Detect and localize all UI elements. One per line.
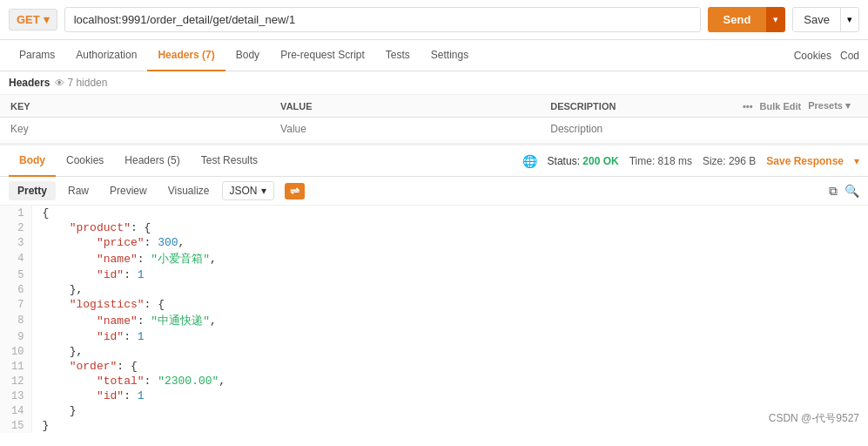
fmt-pretty[interactable]: Pretty (9, 181, 56, 200)
size-value: 296 B (729, 155, 756, 167)
headers-bar: Headers 👁 7 hidden (0, 71, 868, 95)
headers-section: Headers 👁 7 hidden KEY VALUE DESCRIPTION… (0, 71, 868, 141)
table-row: 8 "name": "中通快递", (0, 312, 868, 329)
line-number: 3 (0, 235, 31, 250)
save-response-arrow[interactable]: ▾ (854, 155, 859, 167)
format-bar: Pretty Raw Preview Visualize JSON ▾ ⇌ ⧉ … (0, 177, 868, 206)
save-response-btn[interactable]: Save Response (766, 155, 844, 167)
nav-tabs: Params Authorization Headers (7) Body Pr… (0, 40, 868, 71)
method-label: GET (17, 13, 40, 26)
send-arrow-button[interactable]: ▾ (766, 7, 785, 32)
json-arrow: ▾ (261, 185, 266, 197)
tab-body[interactable]: Body (225, 40, 270, 71)
col-desc: DESCRIPTION (540, 95, 694, 118)
status-label: Status: 200 OK (548, 155, 619, 167)
size-label: Size: 296 B (703, 155, 756, 167)
table-row: 5 "id": 1 (0, 267, 868, 282)
response-right: 🌐 Status: 200 OK Time: 818 ms Size: 296 … (522, 154, 859, 168)
line-number: 6 (0, 282, 31, 297)
code-line: "id": 1 (31, 329, 868, 344)
tab-tests[interactable]: Tests (375, 40, 421, 71)
line-number: 5 (0, 267, 31, 282)
table-row: 7 "logistics": { (0, 297, 868, 312)
save-arrow-button[interactable]: ▾ (840, 8, 858, 31)
key-input[interactable] (10, 123, 259, 135)
table-row: 12 "total": "2300.00", (0, 374, 868, 389)
code-line: "id": 1 (31, 267, 868, 282)
method-select[interactable]: GET ▾ (9, 9, 57, 30)
value-input[interactable] (280, 123, 529, 135)
json-label: JSON (230, 185, 258, 197)
headers-label: Headers (9, 77, 50, 89)
tab-params[interactable]: Params (9, 40, 65, 71)
line-number: 9 (0, 329, 31, 344)
resp-tab-headers[interactable]: Headers (5) (114, 145, 190, 177)
headers-table: KEY VALUE DESCRIPTION ••• Bulk Edit Pres… (0, 95, 868, 141)
cookies-link[interactable]: Cookies (794, 50, 831, 62)
table-row: 10 }, (0, 344, 868, 359)
send-button[interactable]: Send (708, 7, 767, 32)
eye-icon: 👁 (55, 78, 64, 88)
resp-tab-cookies[interactable]: Cookies (56, 145, 114, 177)
fmt-preview[interactable]: Preview (101, 181, 156, 200)
top-bar: GET ▾ Send ▾ Save ▾ (0, 0, 868, 40)
line-number: 14 (0, 403, 31, 418)
resp-tab-body[interactable]: Body (9, 145, 56, 177)
wrap-icon[interactable]: ⇌ (285, 183, 305, 199)
line-number: 11 (0, 359, 31, 374)
response-section: Body Cookies Headers (5) Test Results 🌐 … (0, 143, 868, 433)
tab-authorization[interactable]: Authorization (65, 40, 147, 71)
toolbar-right: ⧉ 🔍 (829, 184, 859, 199)
table-row: 1{ (0, 206, 868, 220)
fmt-raw[interactable]: Raw (59, 181, 98, 200)
time-value: 818 ms (658, 155, 692, 167)
table-actions-header: ••• Bulk Edit Presets ▾ (694, 95, 868, 118)
hidden-count: 7 hidden (67, 77, 107, 89)
line-number: 10 (0, 344, 31, 359)
code-line: "name": "中通快递", (31, 312, 868, 329)
table-row: 2 "product": { (0, 220, 868, 235)
line-number: 1 (0, 206, 31, 220)
code-line: }, (31, 344, 868, 359)
save-button[interactable]: Save (793, 8, 840, 31)
code-line: "order": { (31, 359, 868, 374)
presets-btn[interactable]: Presets ▾ (808, 100, 851, 112)
globe-icon: 🌐 (522, 154, 537, 168)
tab-headers[interactable]: Headers (7) (147, 40, 225, 71)
code-area: 1{2 "product": {3 "price": 300,4 "name":… (0, 206, 868, 433)
nav-right: Cookies Cod (794, 50, 859, 62)
url-input[interactable] (64, 7, 701, 32)
code-line: "logistics": { (31, 297, 868, 312)
code-line: } (31, 418, 868, 433)
line-number: 12 (0, 374, 31, 389)
header-row-placeholder (0, 118, 868, 141)
method-arrow: ▾ (44, 13, 50, 26)
hidden-badge: 👁 7 hidden (55, 77, 107, 89)
bulk-edit-btn[interactable]: Bulk Edit (760, 101, 802, 112)
tab-settings[interactable]: Settings (421, 40, 479, 71)
line-number: 2 (0, 220, 31, 235)
table-row: 9 "id": 1 (0, 329, 868, 344)
table-row: 3 "price": 300, (0, 235, 868, 250)
search-button[interactable]: 🔍 (844, 184, 859, 199)
line-number: 8 (0, 312, 31, 329)
description-input[interactable] (550, 123, 858, 135)
fmt-visualize[interactable]: Visualize (159, 181, 219, 200)
col-value: VALUE (270, 95, 540, 118)
table-row: 15} (0, 418, 868, 433)
response-tabs-bar: Body Cookies Headers (5) Test Results 🌐 … (0, 145, 868, 177)
tab-prerequest[interactable]: Pre-request Script (270, 40, 375, 71)
more-icon[interactable]: ••• (743, 101, 753, 112)
code-line: "product": { (31, 220, 868, 235)
json-select[interactable]: JSON ▾ (222, 181, 274, 200)
table-row: 6 }, (0, 282, 868, 297)
line-number: 7 (0, 297, 31, 312)
code-link[interactable]: Cod (840, 50, 859, 62)
resp-tab-testresults[interactable]: Test Results (191, 145, 268, 177)
code-table: 1{2 "product": {3 "price": 300,4 "name":… (0, 206, 868, 433)
code-line: "price": 300, (31, 235, 868, 250)
time-label: Time: 818 ms (629, 155, 692, 167)
line-number: 15 (0, 418, 31, 433)
line-number: 4 (0, 250, 31, 267)
copy-button[interactable]: ⧉ (829, 184, 838, 199)
